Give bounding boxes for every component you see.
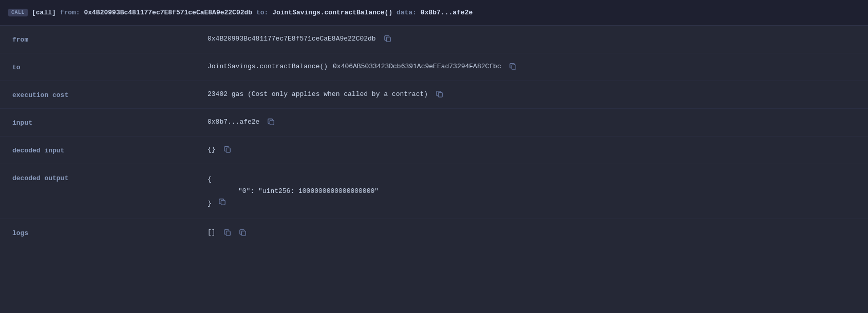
from-value-container: 0x4B20993Bc481177ec7E8f571ceCaE8A9e22C02… [207, 35, 391, 43]
from-copy-icon[interactable] [384, 35, 391, 42]
to-label: to [12, 63, 207, 71]
to-copy-icon[interactable] [510, 63, 517, 70]
to-value-container: JointSavings.contractBalance() 0x406AB50… [207, 63, 517, 70]
header-data-value: 0x8b7...afe2e [421, 9, 473, 16]
main-content: from 0x4B20993Bc481177ec7E8f571ceCaE8A9e… [0, 26, 868, 246]
decoded-output-value-container: { "0": "uint256: 1000000000000000000" } [207, 173, 379, 209]
to-address: 0x406AB5033423Dcb6391Ac9eEEad73294FA82Cf… [333, 63, 501, 70]
decoded-output-row: decoded output { "0": "uint256: 10000000… [0, 164, 868, 219]
call-badge: CALL [8, 9, 28, 16]
input-value-container: 0x8b7...afe2e [207, 118, 275, 126]
decoded-input-value: {} [207, 146, 216, 153]
logs-value: [] [207, 228, 216, 236]
svg-rect-6 [226, 231, 230, 236]
input-row: input 0x8b7...afe2e [0, 109, 868, 136]
header-bar: CALL [call] from: 0x4B20993Bc481177ec7E8… [0, 0, 868, 26]
decoded-input-copy-icon[interactable] [224, 146, 231, 153]
decoded-output-copy-icon[interactable] [219, 198, 226, 205]
svg-rect-2 [438, 92, 442, 97]
header-to-value: JointSavings.contractBalance() [272, 9, 392, 16]
decoded-output-label: decoded output [12, 173, 207, 182]
header-from-keyword: from: [60, 9, 80, 16]
to-row: to JointSavings.contractBalance() 0x406A… [0, 53, 868, 81]
decoded-input-label: decoded input [12, 146, 207, 154]
logs-label: logs [12, 228, 207, 237]
from-row: from 0x4B20993Bc481177ec7E8f571ceCaE8A9e… [0, 26, 868, 53]
decoded-output-close-brace: } [207, 200, 212, 207]
execution-cost-copy-icon[interactable] [436, 90, 443, 97]
input-copy-icon[interactable] [268, 118, 275, 125]
decoded-input-row: decoded input {} [0, 136, 868, 164]
svg-rect-5 [221, 200, 225, 205]
decoded-output-close-brace-row: } [207, 198, 226, 209]
execution-cost-row: execution cost 23402 gas (Cost only appl… [0, 81, 868, 109]
execution-cost-value-container: 23402 gas (Cost only applies when called… [207, 90, 443, 98]
header-from-value: 0x4B20993Bc481177ec7E8f571ceCaE8A9e22C02… [84, 9, 252, 16]
input-label: input [12, 118, 207, 127]
svg-rect-7 [241, 231, 246, 236]
to-contract: JointSavings.contractBalance() [207, 63, 328, 70]
from-address: 0x4B20993Bc481177ec7E8f571ceCaE8A9e22C02… [207, 35, 376, 43]
header-to-keyword: to: [256, 9, 268, 16]
decoded-output-inner: "0": "uint256: 1000000000000000000" [207, 185, 379, 197]
header-text: [call] from: 0x4B20993Bc481177ec7E8f571c… [32, 9, 473, 16]
execution-cost-value: 23402 gas (Cost only applies when called… [207, 90, 428, 98]
logs-copy-icon-2[interactable] [239, 229, 247, 236]
decoded-input-value-container: {} [207, 146, 231, 153]
header-data-keyword: data: [397, 9, 417, 16]
logs-value-container: [] [207, 228, 247, 236]
logs-row: logs [] [0, 219, 868, 246]
input-value: 0x8b7...afe2e [207, 118, 259, 126]
logs-copy-icon-1[interactable] [224, 229, 231, 236]
svg-rect-1 [512, 65, 516, 69]
execution-cost-label: execution cost [12, 90, 207, 99]
from-label: from [12, 35, 207, 44]
header-call-label: [call] [32, 9, 56, 16]
svg-rect-4 [226, 148, 230, 152]
decoded-output-open-brace: { [207, 173, 212, 185]
svg-rect-0 [386, 37, 390, 42]
svg-rect-3 [270, 120, 274, 125]
